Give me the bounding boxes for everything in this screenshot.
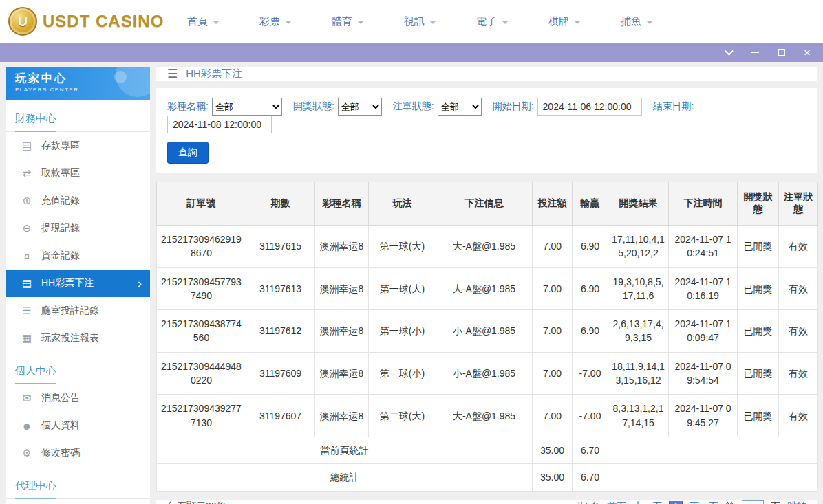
pager: 共5条 首页 上一页 1 下一页 第 页 跳转 bbox=[575, 500, 806, 504]
top-header: U USDT CASINO 首頁 彩票 體育 視訊 電子 棋牌 捕魚 bbox=[0, 0, 823, 43]
sidebar-title: 玩家中心 bbox=[15, 72, 140, 86]
nav-label: 電子 bbox=[476, 15, 497, 28]
order-status-select[interactable]: 全部 bbox=[438, 98, 482, 116]
cell-lottery: 澳洲幸运8 bbox=[315, 226, 369, 268]
table-row: 2152173094449480220 31197609 澳洲幸运8 第一球(小… bbox=[157, 352, 818, 395]
nav-item-sports[interactable]: 體育 bbox=[332, 15, 364, 28]
table-row: 2152173094629198670 31197615 澳洲幸运8 第一球(大… bbox=[157, 226, 818, 268]
prev-page-link[interactable]: 上一页 bbox=[633, 501, 662, 504]
sidebar: 玩家中心 PLAYERS CENTER 財務中心 ▤ 存款專區 ⇄ 取款專區 ⊕… bbox=[6, 67, 150, 504]
jump-prefix-label: 第 bbox=[725, 501, 735, 504]
cell-drawstatus: 已開獎 bbox=[738, 352, 779, 395]
total-summary-label: 總統計 bbox=[157, 464, 533, 491]
draw-status-select[interactable]: 全部 bbox=[338, 98, 382, 116]
cell-betinfo: 小-A盤@1.985 bbox=[436, 310, 533, 353]
cell-lottery: 澳洲幸运8 bbox=[315, 395, 369, 437]
chevron-down-icon bbox=[574, 21, 581, 24]
chevron-down-icon bbox=[213, 21, 220, 24]
close-icon[interactable]: × bbox=[802, 47, 812, 57]
sidebar-item-recharge-record[interactable]: ⊕ 充值記錄 bbox=[6, 187, 150, 215]
nav-item-home[interactable]: 首頁 bbox=[187, 15, 220, 28]
total-summary-bet: 35.00 bbox=[533, 464, 573, 491]
page-header: ☰ HH彩票下注 bbox=[156, 67, 817, 81]
col-header-betinfo: 下注信息 bbox=[436, 182, 533, 226]
page-summary-empty bbox=[608, 437, 818, 463]
nav-item-chess[interactable]: 棋牌 bbox=[548, 15, 581, 28]
chevron-down-icon bbox=[429, 21, 436, 24]
sidebar-item-deposit[interactable]: ▤ 存款專區 bbox=[6, 132, 150, 160]
total-count-label: 共5条 bbox=[575, 501, 600, 504]
end-date-label: 結束日期: bbox=[653, 100, 694, 113]
nav-item-video[interactable]: 視訊 bbox=[404, 15, 436, 28]
brand-logo: U USDT CASINO bbox=[0, 7, 180, 36]
col-header-lottery: 彩種名稱 bbox=[315, 182, 369, 226]
total-summary-winloss: 6.70 bbox=[573, 464, 608, 491]
total-summary-row: 總統計 35.00 6.70 bbox=[157, 464, 818, 491]
current-page-number[interactable]: 1 bbox=[669, 501, 683, 504]
order-status-label: 注單狀態: bbox=[393, 100, 434, 113]
cell-amount: 7.00 bbox=[533, 226, 573, 268]
cell-orderstatus: 有效 bbox=[779, 226, 818, 268]
bets-table: 訂單號 期數 彩種名稱 玩法 下注信息 投注額 輸贏 開獎結果 下注時間 開獎狀… bbox=[156, 182, 818, 492]
chevron-down-icon bbox=[646, 21, 653, 24]
cell-period: 31197615 bbox=[246, 226, 315, 268]
cell-order: 2152173094577937490 bbox=[157, 267, 246, 310]
cell-play: 第二球(大) bbox=[369, 395, 436, 437]
start-date-input[interactable] bbox=[537, 98, 642, 116]
sidebar-item-funds-record[interactable]: ¤ 資金記錄 bbox=[6, 242, 150, 270]
page-jump-input[interactable] bbox=[742, 500, 764, 504]
window-titlebar: × bbox=[0, 43, 823, 62]
first-page-link[interactable]: 首页 bbox=[607, 501, 626, 504]
cell-drawstatus: 已開獎 bbox=[738, 226, 779, 268]
cell-play: 第一球(小) bbox=[369, 310, 436, 353]
cell-amount: 7.00 bbox=[533, 352, 573, 395]
cell-orderstatus: 有效 bbox=[779, 310, 818, 353]
sidebar-item-label: 個人資料 bbox=[41, 419, 80, 432]
section-title-personal: 個人中心 bbox=[6, 352, 150, 384]
page-summary-winloss: 6.70 bbox=[573, 437, 608, 463]
sidebar-item-announcements[interactable]: ✉ 消息公告 bbox=[6, 384, 150, 412]
menu-icon[interactable]: ☰ bbox=[167, 67, 178, 81]
next-page-link[interactable]: 下一页 bbox=[690, 501, 718, 504]
cell-time: 2024-11-07 10:24:51 bbox=[669, 226, 738, 268]
page-summary-label: 當前頁統計 bbox=[157, 437, 533, 463]
cell-result: 8,3,13,1,2,17,14,15 bbox=[608, 395, 669, 437]
section-label: 代理中心 bbox=[15, 479, 56, 499]
sidebar-item-hall-bet-record[interactable]: ☰ 廳室投註記錄 bbox=[6, 297, 150, 325]
sidebar-item-hh-lottery-bet[interactable]: ▤ HH彩票下注 › bbox=[6, 270, 150, 297]
draw-status-label: 開獎狀態: bbox=[293, 100, 334, 113]
jump-button[interactable]: 跳转 bbox=[787, 501, 806, 504]
cell-time: 2024-11-07 09:54:54 bbox=[669, 352, 738, 395]
chevron-down-icon[interactable] bbox=[724, 47, 734, 57]
filter-panel: 彩種名稱: 全部 開獎狀態: 全部 注單狀態: 全部 開始日期: 結束日期: 查… bbox=[156, 88, 817, 173]
search-button[interactable]: 查詢 bbox=[167, 142, 209, 164]
chevron-right-icon: › bbox=[138, 277, 142, 289]
cell-time: 2024-11-07 10:09:47 bbox=[669, 310, 738, 353]
bets-table-card: 訂單號 期數 彩種名稱 玩法 下注信息 投注額 輸贏 開獎結果 下注時間 開獎狀… bbox=[156, 182, 817, 492]
sidebar-item-profile[interactable]: ☻ 個人資料 bbox=[6, 412, 150, 439]
sidebar-item-withdraw[interactable]: ⇄ 取款專區 bbox=[6, 160, 150, 187]
chevron-down-icon bbox=[502, 21, 509, 24]
nav-item-fishing[interactable]: 捕魚 bbox=[621, 15, 653, 28]
sidebar-item-change-password[interactable]: ⚙ 修改密碼 bbox=[6, 439, 150, 467]
end-date-input[interactable] bbox=[167, 116, 272, 133]
lottery-name-select[interactable]: 全部 bbox=[212, 98, 282, 116]
nav-item-lottery[interactable]: 彩票 bbox=[259, 15, 292, 28]
minimize-icon[interactable] bbox=[750, 47, 760, 57]
sidebar-item-player-bet-report[interactable]: ▦ 玩家投注報表 bbox=[6, 325, 150, 352]
cell-winloss: 6.90 bbox=[573, 310, 608, 353]
wallet-icon: ⊖ bbox=[21, 222, 33, 234]
cell-play: 第一球(大) bbox=[369, 267, 436, 310]
maximize-icon[interactable] bbox=[776, 47, 786, 57]
cell-drawstatus: 已開獎 bbox=[738, 395, 779, 437]
nav-item-electronic[interactable]: 電子 bbox=[476, 15, 509, 28]
sidebar-item-withdrawal-record[interactable]: ⊖ 提現記錄 bbox=[6, 215, 150, 242]
cell-lottery: 澳洲幸运8 bbox=[315, 310, 369, 353]
sidebar-subtitle: PLAYERS CENTER bbox=[15, 87, 140, 93]
cell-betinfo: 小-A盤@1.985 bbox=[436, 352, 533, 395]
col-header-winloss: 輸贏 bbox=[573, 182, 608, 226]
section-title-agent: 代理中心 bbox=[6, 467, 150, 499]
brand-text: USDT CASINO bbox=[43, 12, 164, 31]
page-title: HH彩票下注 bbox=[186, 67, 242, 80]
cell-play: 第一球(小) bbox=[369, 352, 436, 395]
